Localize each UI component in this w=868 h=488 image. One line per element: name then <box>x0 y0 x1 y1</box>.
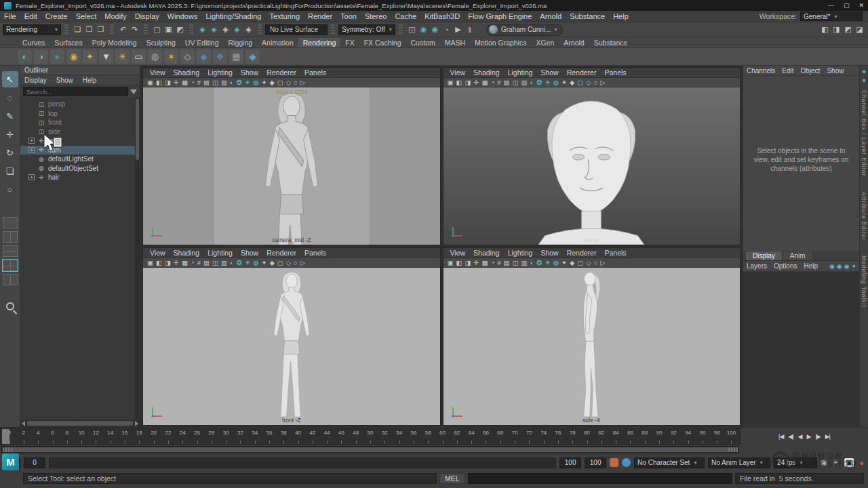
outliner-vertical-scrollbar[interactable] <box>135 98 140 420</box>
time-slider[interactable]: 0246810121416182022242628303234363840424… <box>0 428 741 445</box>
channelbox-menu-item[interactable]: Object <box>797 67 824 75</box>
outliner-item[interactable]: ◫ top <box>20 109 140 119</box>
viewport-toolbar-icon[interactable]: ◨ <box>165 258 171 268</box>
time-tick[interactable]: 14 <box>103 430 117 439</box>
animation-end-field[interactable]: 100 <box>585 458 606 468</box>
shelf-tab[interactable]: FX <box>340 38 359 47</box>
time-tick[interactable]: 52 <box>378 430 392 439</box>
shelf-tab[interactable]: Poly Modeling <box>87 38 142 47</box>
tool-button[interactable]: ◌ <box>2 89 18 106</box>
viewport-menu-item[interactable]: Panels <box>301 249 330 257</box>
shelf-tab[interactable]: XGen <box>532 38 559 47</box>
time-tick[interactable]: 96 <box>695 430 709 439</box>
viewport-toolbar-icon[interactable]: ◨ <box>465 78 471 87</box>
time-tick[interactable]: 72 <box>522 430 536 439</box>
layer-toolbar-icon[interactable]: ◉ <box>829 263 835 270</box>
range-inset[interactable] <box>49 458 556 468</box>
viewport-toolbar-icon[interactable]: ▣ <box>448 258 454 268</box>
render-icon[interactable]: ◫ <box>406 24 418 35</box>
layout-single-pane-button[interactable] <box>3 217 18 228</box>
viewport-toolbar-icon[interactable]: ○ <box>594 78 598 87</box>
viewport-toolbar-icon[interactable]: ✛ <box>473 258 479 268</box>
layout-two-pane-horizontal-button[interactable] <box>3 245 18 257</box>
time-tick[interactable]: 98 <box>710 430 724 439</box>
shelf-tool-icon[interactable]: ● <box>50 49 64 64</box>
playback-transport-button[interactable]: ▶| <box>825 433 830 440</box>
layer-menu-item[interactable]: Options <box>770 262 800 270</box>
layer-editor-tab[interactable]: Display <box>746 251 782 260</box>
viewport-menu-item[interactable]: Shading <box>170 249 203 257</box>
viewport-toolbar-icon[interactable]: ◔ <box>490 258 494 268</box>
viewport-menu-item[interactable]: Lighting <box>505 249 536 257</box>
outliner-item[interactable]: ◍ defaultLightSet <box>20 155 140 164</box>
time-tick[interactable]: 20 <box>146 430 161 439</box>
viewport-toolbar-icon[interactable]: ▤ <box>203 258 210 268</box>
viewport-toolbar-icon[interactable]: ◧ <box>456 258 462 268</box>
menu-item[interactable]: Create <box>41 12 72 20</box>
group-grip[interactable] <box>189 24 193 35</box>
viewport-menu-item[interactable]: Shading <box>470 249 503 257</box>
viewport-toolbar-icon[interactable]: ▥ <box>521 78 527 87</box>
time-tick[interactable]: 62 <box>450 430 464 439</box>
viewport-toolbar-icon[interactable]: ◇ <box>586 78 591 87</box>
shelf-tool-icon[interactable]: ◍ <box>148 49 162 64</box>
time-tick[interactable]: 34 <box>248 430 262 439</box>
tool-button[interactable]: ↖ <box>2 71 18 87</box>
time-tick[interactable]: 70 <box>507 430 521 439</box>
menu-item[interactable]: Arnold <box>536 12 566 20</box>
viewport-menu-item[interactable]: Show <box>237 249 262 257</box>
sidebar-toggle-icon[interactable]: ◪ <box>854 24 865 35</box>
viewport-toolbar-icon[interactable]: ▥ <box>521 258 527 268</box>
shelf-tab[interactable]: Substance <box>589 38 633 47</box>
auto-key-icon[interactable] <box>622 458 631 467</box>
viewport-toolbar-icon[interactable]: ▦ <box>182 78 188 87</box>
snap-icon[interactable]: ◈ <box>208 24 220 35</box>
layer-menu-item[interactable]: Help <box>800 262 821 270</box>
menu-item[interactable]: Texturing <box>265 12 304 20</box>
time-tick[interactable]: 74 <box>536 430 551 439</box>
viewport-menu-item[interactable]: Show <box>537 249 561 257</box>
shelf-tab[interactable]: Arnold <box>559 38 589 47</box>
outliner-item[interactable]: ◍ defaultObjectSet <box>20 164 140 174</box>
range-slider[interactable] <box>1 446 739 453</box>
viewport-menu-item[interactable]: Renderer <box>263 68 300 77</box>
viewport-toolbar-icon[interactable]: ○ <box>294 258 298 268</box>
time-tick[interactable]: 16 <box>117 430 132 439</box>
tool-button[interactable]: ○ <box>2 181 18 197</box>
viewport-menu-item[interactable]: Panels <box>301 68 330 77</box>
shelf-tab[interactable]: Motion Graphics <box>470 38 531 47</box>
outliner-horizontal-scrollbar[interactable] <box>20 420 140 427</box>
viewport-toolbar-icon[interactable]: ✛ <box>473 78 479 87</box>
viewport-menu-item[interactable]: Renderer <box>564 68 600 77</box>
viewport-toolbar-icon[interactable]: ✦ <box>561 258 567 268</box>
time-tick[interactable]: 82 <box>594 430 608 439</box>
outliner-menu-item[interactable]: Show <box>52 77 77 84</box>
undo-redo-icon[interactable]: ↶ <box>117 24 129 35</box>
playback-option-icon[interactable]: ● <box>859 459 864 467</box>
sidebar-vertical-tab[interactable]: Attribute Editor <box>861 192 867 241</box>
viewport-toolbar-icon[interactable]: ☀ <box>545 78 551 87</box>
time-tick[interactable]: 8 <box>60 430 74 439</box>
selection-mask-icon[interactable]: ▣ <box>163 24 174 35</box>
render-icon[interactable]: ‖ <box>464 24 475 35</box>
viewport-menu-item[interactable]: Lighting <box>204 249 236 257</box>
viewport-toolbar-icon[interactable]: ▷ <box>300 78 305 87</box>
playback-transport-button[interactable]: ▶ <box>807 433 811 440</box>
sidebar-pin-icon[interactable]: ◈ <box>862 77 866 83</box>
time-tick[interactable]: 76 <box>551 430 565 439</box>
current-time-marker[interactable] <box>2 429 9 444</box>
set-key-icon[interactable] <box>610 458 618 467</box>
viewport-menu-item[interactable]: Shading <box>170 68 203 77</box>
time-tick[interactable]: 94 <box>681 430 695 439</box>
viewport-toolbar-icon[interactable]: ◆ <box>269 78 274 87</box>
viewport-toolbar-icon[interactable]: ◨ <box>465 258 471 268</box>
viewport-menu-item[interactable]: View <box>146 249 169 257</box>
playback-transport-button[interactable]: ◀| <box>788 433 793 440</box>
snap-icon[interactable]: ◈ <box>220 24 231 35</box>
menu-item[interactable]: Lighting/Shading <box>201 12 265 20</box>
expand-icon[interactable]: + <box>28 147 35 153</box>
shelf-tool-icon[interactable]: ▼ <box>99 49 113 64</box>
viewport-toolbar-icon[interactable]: ✛ <box>174 258 179 268</box>
tool-button[interactable]: ✎ <box>2 108 18 124</box>
character-set-select[interactable]: No Character Set <box>634 458 705 468</box>
